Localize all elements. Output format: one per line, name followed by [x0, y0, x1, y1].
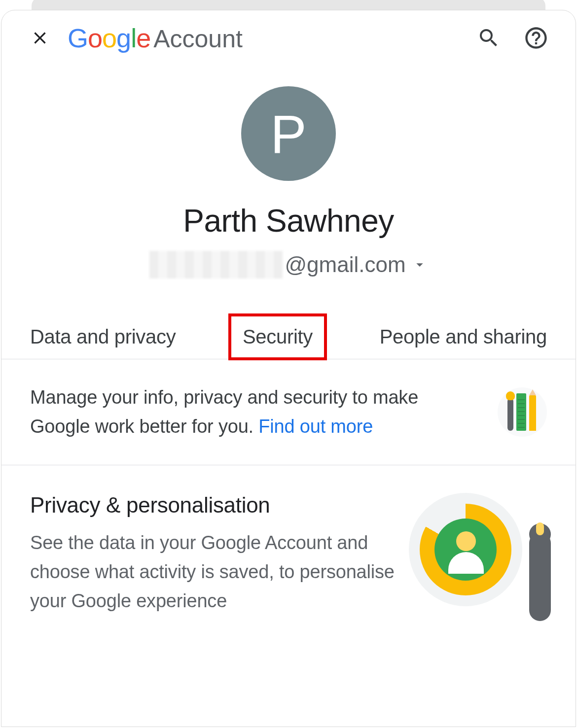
privacy-personalisation-card[interactable]: Privacy & personalisation See the data i…: [1, 465, 576, 616]
brand-logo: Google Account: [68, 23, 243, 53]
tab-data-and-privacy[interactable]: Data and privacy: [30, 315, 176, 359]
find-out-more-link[interactable]: Find out more: [258, 416, 373, 437]
brand-subtitle: Account: [153, 25, 243, 53]
top-bar: Google Account: [1, 10, 576, 66]
intro-text: Manage your info, privacy and security t…: [30, 383, 498, 441]
tools-illustration-icon: [498, 387, 547, 437]
intro-card: Manage your info, privacy and security t…: [1, 359, 576, 465]
close-icon: [30, 28, 50, 48]
search-button[interactable]: [471, 20, 506, 56]
avatar-initial: P: [270, 103, 306, 165]
privacy-illustration-icon: [409, 493, 547, 611]
help-icon: [523, 25, 549, 51]
close-button[interactable]: [26, 24, 54, 52]
tab-people-and-sharing[interactable]: People and sharing: [380, 315, 547, 359]
email-redacted: [149, 251, 283, 278]
email-domain: @gmail.com: [285, 252, 405, 277]
search-icon: [477, 26, 501, 50]
account-switcher[interactable]: @gmail.com: [1, 251, 576, 278]
profile-header: P Parth Sawhney @gmail.com: [1, 66, 576, 278]
tab-security[interactable]: Security: [230, 315, 325, 359]
chevron-down-icon: [412, 257, 428, 273]
tab-bar: Data and privacy Security People and sha…: [1, 315, 576, 359]
display-name: Parth Sawhney: [1, 203, 576, 239]
section-body: See the data in your Google Account and …: [30, 528, 395, 616]
help-button[interactable]: [518, 20, 554, 56]
section-title: Privacy & personalisation: [30, 493, 395, 518]
avatar[interactable]: P: [241, 86, 336, 181]
